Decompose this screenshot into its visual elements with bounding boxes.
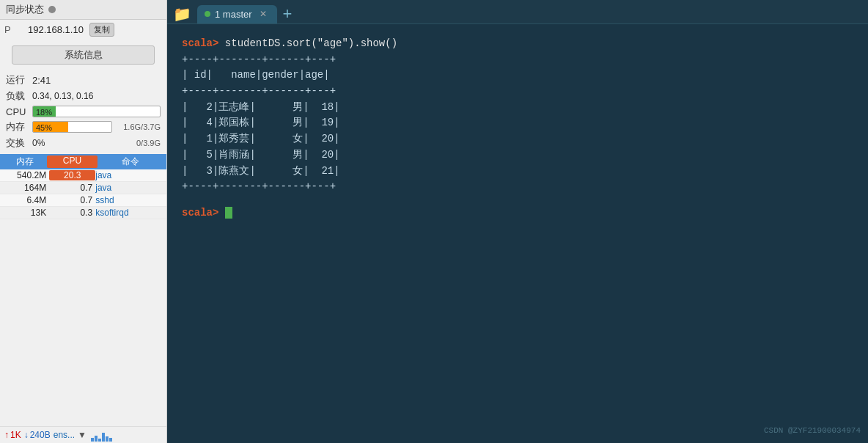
tab-status-dot [205, 11, 210, 17]
proc-cpu: 0.7 [49, 195, 95, 205]
terminal-cursor [225, 207, 232, 219]
terminal-table-row-3: | 1|郑秀芸| 女| 20| [182, 131, 853, 147]
cpu-label: CPU [6, 106, 28, 117]
net-up-value: 1K [10, 430, 21, 440]
terminal-table-header: | id| name|gender|age| [182, 67, 853, 84]
sys-info-section: 系统信息 [0, 38, 166, 72]
tab-master[interactable]: 1 master ✕ [197, 5, 277, 23]
proc-name: java [95, 170, 163, 180]
mem-label: 内存 [6, 120, 28, 133]
mem-detail: 1.6G/3.7G [117, 122, 161, 131]
tab-bar: 📁 1 master ✕ + [167, 0, 868, 24]
terminal-command-line: scala> studentDS.sort("age").show() [182, 36, 853, 52]
terminal-table-row-2: | 4|郑国栋| 男| 19| [182, 115, 853, 131]
cpu-row: CPU 18% [0, 104, 166, 119]
sys-info-button[interactable]: 系统信息 [12, 45, 155, 65]
main-terminal-area: 📁 1 master ✕ + scala> studentDS.sort("ag… [167, 0, 868, 443]
proc-mem: 164M [3, 183, 49, 193]
net-down: ↓ 240B [24, 430, 51, 440]
ip-address: 192.168.1.10 [28, 24, 84, 35]
net-up-arrow: ↑ [4, 430, 9, 440]
csdn-watermark: CSDN @ZYF21900034974 [764, 425, 861, 437]
uptime-value: 2:41 [32, 75, 51, 86]
proc-cpu: 20.3 [49, 170, 95, 180]
net-dropdown-icon[interactable]: ▼ [78, 430, 87, 440]
sidebar: 同步状态 P 192.168.1.10 复制 系统信息 运行 2:41 负载 0… [0, 0, 167, 443]
net-up: ↑ 1K [4, 430, 21, 440]
sidebar-sync-label: 同步状态 [6, 3, 44, 16]
proc-header-name: 命令 [98, 155, 163, 168]
copy-button[interactable]: 复制 [89, 23, 114, 37]
proc-cpu: 0.7 [49, 183, 95, 193]
ip-prefix: P [4, 24, 25, 35]
terminal-content[interactable]: scala> studentDS.sort("age").show() +---… [167, 24, 868, 443]
proc-name: ksoftirqd [95, 208, 163, 218]
proc-mem: 540.2M [3, 170, 49, 180]
sidebar-title-bar: 同步状态 [0, 0, 166, 20]
terminal-blank-line [182, 195, 853, 205]
load-label: 负载 [6, 89, 28, 103]
tab-label: 1 master [215, 9, 252, 20]
proc-row: 540.2M 20.3 java [0, 169, 166, 182]
sync-status-dot [48, 6, 56, 13]
tab-add-icon[interactable]: + [283, 4, 293, 23]
uptime-row: 运行 2:41 [0, 72, 166, 88]
terminal-table-row-4: | 5|肖雨涵| 男| 20| [182, 147, 853, 164]
cpu-percent-text: 18% [36, 106, 52, 117]
proc-row: 13K 0.3 ksoftirqd [0, 207, 166, 219]
proc-header-mem: 内存 [3, 155, 47, 168]
terminal-table-border-bottom: +----+-------+------+---+ [182, 179, 853, 195]
swap-percent: 0% [32, 138, 45, 148]
terminal-prompt: scala> [182, 37, 218, 49]
uptime-label: 运行 [6, 73, 28, 87]
terminal-command: studentDS.sort("age").show() [218, 37, 397, 49]
net-chart [91, 428, 112, 442]
proc-mem: 6.4M [3, 195, 49, 205]
proc-table: 540.2M 20.3 java 164M 0.7 java 6.4M 0.7 … [0, 169, 166, 426]
proc-row: 164M 0.7 java [0, 182, 166, 194]
terminal-table-row-5: | 3|陈燕文| 女| 21| [182, 164, 853, 180]
proc-name: sshd [95, 195, 163, 205]
terminal-table-border-top: +----+-------+------+---+ [182, 52, 853, 68]
mem-progress-bar: 45% [32, 121, 112, 133]
proc-row: 6.4M 0.7 sshd [0, 194, 166, 207]
swap-row: 交换 0% 0/3.9G [0, 135, 166, 151]
ip-row: P 192.168.1.10 复制 [0, 20, 166, 38]
net-row: ↑ 1K ↓ 240B ens... ▼ [0, 426, 166, 443]
mem-row: 内存 45% 1.6G/3.7G [0, 119, 166, 135]
folder-icon[interactable]: 📁 [173, 5, 191, 23]
net-iface: ens... [54, 430, 75, 440]
proc-mem: 13K [3, 208, 49, 218]
net-down-value: 240B [30, 430, 51, 440]
tab-close-icon[interactable]: ✕ [260, 9, 267, 19]
cpu-progress-bar: 18% [32, 106, 161, 117]
terminal-table-row-1: | 2|王志峰| 男| 18| [182, 100, 853, 116]
swap-label: 交换 [6, 136, 28, 150]
net-down-arrow: ↓ [24, 430, 29, 440]
mem-percent-text: 45% [36, 122, 52, 133]
terminal-prompt-line: scala> [182, 205, 853, 222]
swap-detail: 0/3.9G [117, 139, 161, 147]
terminal-prompt2: scala> [182, 207, 218, 219]
proc-name: java [95, 183, 163, 193]
proc-header-cpu: CPU [47, 155, 97, 168]
load-row: 负载 0.34, 0.13, 0.16 [0, 88, 166, 104]
load-value: 0.34, 0.13, 0.16 [32, 91, 93, 101]
proc-cpu: 0.3 [49, 208, 95, 218]
proc-table-header: 内存 CPU 命令 [0, 154, 166, 169]
terminal-table-border-header: +----+-------+------+---+ [182, 84, 853, 100]
